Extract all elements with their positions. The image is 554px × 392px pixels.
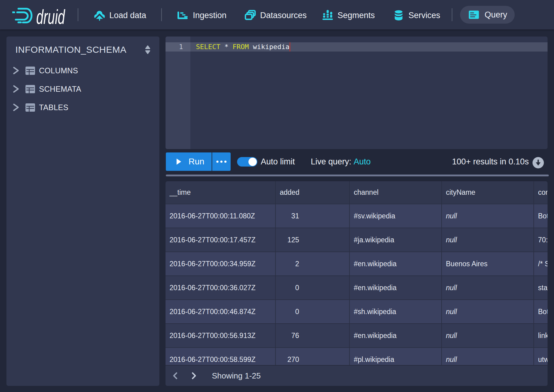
- live-query-label: Live query:: [311, 157, 351, 166]
- table-cell[interactable]: #sv.wikipedia: [350, 204, 442, 228]
- live-query-value: Auto: [354, 157, 371, 166]
- numeric-value: 76: [280, 332, 299, 340]
- table-cell[interactable]: 2016-06-27T00:00:36.027Z: [166, 276, 276, 300]
- table-cell[interactable]: Bot: Automatska zamjena teksta: [534, 300, 548, 324]
- null-value: null: [446, 284, 457, 292]
- column-header-time[interactable]: __time: [166, 181, 276, 204]
- table-cell[interactable]: stats: updated infobox: [534, 276, 548, 300]
- results-panel: __timeaddedchannelcityNamecomment 2016-0…: [166, 181, 548, 386]
- druid-logo-icon[interactable]: [12, 4, 34, 25]
- table-cell[interactable]: 2: [276, 252, 350, 276]
- horizontal-splitter[interactable]: [166, 175, 549, 176]
- table-cell[interactable]: #en.wikipedia: [350, 276, 442, 300]
- table-row: 2016-06-27T00:00:34.959Z2#en.wikipediaBu…: [166, 252, 548, 276]
- nav-label-query: Query: [485, 10, 507, 20]
- results-table: __timeaddedchannelcityNamecomment 2016-0…: [166, 181, 548, 372]
- navbar: druid Load data Ingestion: [0, 0, 554, 29]
- sql-editor[interactable]: 1 SELECT * FROM wikipedia: [166, 37, 548, 149]
- nav-item-services[interactable]: Services: [393, 1, 440, 30]
- table-cell[interactable]: 31: [276, 204, 350, 228]
- sql-token-keyword: SELECT: [196, 43, 220, 51]
- nav-item-ingestion[interactable]: Ingestion: [178, 1, 227, 30]
- column-header-channel[interactable]: channel: [350, 181, 442, 204]
- table-cell[interactable]: 2016-06-27T00:00:46.874Z: [166, 300, 276, 324]
- editor-gutter: [166, 37, 190, 149]
- table-cell[interactable]: null: [442, 228, 534, 252]
- nav-item-load-data[interactable]: Load data: [94, 1, 146, 30]
- table-cell[interactable]: null: [442, 300, 534, 324]
- toggle-knob: [248, 158, 257, 166]
- chevron-right-icon[interactable]: [12, 85, 20, 93]
- nav-label-datasources: Datasources: [260, 11, 307, 20]
- table-cell[interactable]: #en.wikipedia: [350, 252, 442, 276]
- tree-item-tables[interactable]: TABLES: [6, 98, 159, 117]
- table-cell[interactable]: 2016-06-27T00:00:17.457Z: [166, 228, 276, 252]
- table-row: 2016-06-27T00:00:11.080Z31#sv.wikipedian…: [166, 204, 548, 228]
- table-cell[interactable]: #ja.wikipedia: [350, 228, 442, 252]
- run-bar: Run Auto limit Live query: Auto 100+ res…: [166, 152, 548, 171]
- table-cell[interactable]: 70:32:...: [534, 228, 548, 252]
- table-cell[interactable]: /* Status of peremptory norms under inte…: [534, 252, 548, 276]
- column-header-comment[interactable]: comment: [534, 181, 548, 204]
- schema-sidebar: INFORMATION_SCHEMA COLUMNSSCHEMATATABLES: [6, 37, 159, 386]
- results-table-header: __timeaddedchannelcityNamecomment: [166, 181, 548, 204]
- auto-limit-toggle[interactable]: [237, 157, 257, 167]
- tree-item-columns[interactable]: COLUMNS: [6, 61, 159, 80]
- nav-label-ingestion: Ingestion: [193, 11, 227, 20]
- pagination-bar: Showing 1-25: [166, 365, 548, 386]
- chevron-right-icon[interactable]: [12, 103, 20, 112]
- table-cell[interactable]: 0: [276, 276, 350, 300]
- next-page-button[interactable]: [190, 369, 198, 382]
- prev-page-button[interactable]: [171, 369, 179, 382]
- nav-divider-3: [452, 8, 452, 21]
- play-icon: [174, 157, 183, 166]
- tree-item-label: COLUMNS: [39, 66, 78, 75]
- table-icon: [25, 84, 35, 94]
- column-header-added[interactable]: added: [276, 181, 350, 204]
- null-value: null: [446, 236, 457, 244]
- chevron-right-icon: [190, 371, 198, 381]
- database-icon: [393, 10, 404, 21]
- tree-item-label: TABLES: [39, 103, 68, 112]
- table-cell[interactable]: links: [534, 324, 548, 348]
- tree-item-schemata[interactable]: SCHEMATA: [6, 80, 159, 98]
- table-cell[interactable]: 76: [276, 324, 350, 348]
- download-icon[interactable]: [533, 157, 544, 168]
- nav-divider-1: [78, 8, 78, 21]
- druid-wordmark[interactable]: druid: [32, 5, 72, 25]
- auto-limit-label: Auto limit: [261, 152, 295, 171]
- table-cell[interactable]: 0: [276, 300, 350, 324]
- sql-query-text[interactable]: SELECT * FROM wikipedia: [196, 42, 291, 52]
- table-cell[interactable]: null: [442, 276, 534, 300]
- grouped-bar-chart-icon: [322, 10, 333, 21]
- table-cell[interactable]: 2016-06-27T00:00:34.959Z: [166, 252, 276, 276]
- table-cell[interactable]: 125: [276, 228, 350, 252]
- run-more-button[interactable]: [212, 152, 231, 171]
- table-cell[interactable]: null: [442, 324, 534, 348]
- sql-token-plain: *: [220, 43, 232, 51]
- nav-divider-2: [161, 8, 162, 21]
- column-header-cityName[interactable]: cityName: [442, 181, 534, 204]
- live-query-control[interactable]: Live query: Auto: [311, 152, 371, 171]
- table-cell[interactable]: null: [442, 204, 534, 228]
- numeric-value: 125: [280, 236, 299, 244]
- double-caret-vertical-icon: [144, 45, 151, 55]
- table-cell[interactable]: Buenos Aires: [442, 252, 534, 276]
- schema-select[interactable]: INFORMATION_SCHEMA: [15, 40, 155, 60]
- chevron-left-icon: [171, 371, 179, 381]
- table-header-row: __timeaddedchannelcityNamecomment: [166, 181, 548, 204]
- nav-item-datasources[interactable]: Datasources: [245, 1, 307, 30]
- nav-item-query-active[interactable]: Query: [460, 6, 515, 24]
- chevron-right-icon[interactable]: [12, 66, 20, 75]
- results-table-body: 2016-06-27T00:00:11.080Z31#sv.wikipedian…: [166, 204, 548, 372]
- table-cell[interactable]: 2016-06-27T00:00:11.080Z: [166, 204, 276, 228]
- table-icon: [25, 66, 35, 75]
- table-row: 2016-06-27T00:00:46.874Z0#sh.wikipedianu…: [166, 300, 548, 324]
- numeric-value: 0: [280, 308, 299, 316]
- run-button[interactable]: Run: [166, 152, 212, 171]
- table-cell[interactable]: 2016-06-27T00:00:56.913Z: [166, 324, 276, 348]
- table-cell[interactable]: #sh.wikipedia: [350, 300, 442, 324]
- table-cell[interactable]: #en.wikipedia: [350, 324, 442, 348]
- table-cell[interactable]: Botskapande Indonesien omdirigering: [534, 204, 548, 228]
- nav-item-segments[interactable]: Segments: [322, 1, 375, 30]
